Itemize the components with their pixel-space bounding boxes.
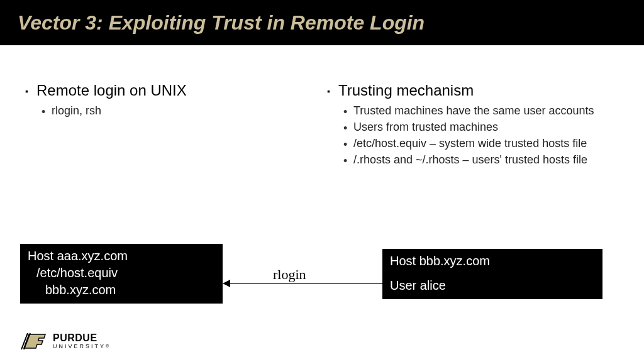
dot-bullet-icon: •	[42, 104, 52, 119]
bullet-text: Trusting mechanism	[338, 82, 474, 99]
bullet-level1: ▪ Trusting mechanism	[327, 82, 631, 101]
logo-text: PURDUE UNIVERSITY®	[53, 333, 109, 349]
host-line: /etc/host.equiv	[28, 265, 215, 282]
right-column: ▪ Trusting mechanism • Trusted machines …	[302, 82, 644, 170]
square-bullet-icon: ▪	[327, 82, 338, 101]
host-line: Host aaa.xyz.com	[28, 248, 215, 265]
logo-sub: UNIVERSITY®	[53, 344, 109, 349]
bullet-text: Trusted machines have the same user acco…	[353, 104, 594, 118]
host-line: bbb.xyz.com	[28, 282, 215, 299]
bullet-level2: • rlogin, rsh	[42, 104, 289, 119]
bullet-text: Users from trusted machines	[353, 121, 498, 134]
bullet-level1: ▪ Remote login on UNIX	[25, 82, 289, 101]
purdue-logo: PURDUE UNIVERSITY®	[20, 332, 109, 351]
slide-title: Vector 3: Exploiting Trust in Remote Log…	[18, 11, 425, 35]
bullet-text: /etc/host.equiv – system wide trusted ho…	[353, 137, 587, 150]
bullet-level2: • Trusted machines have the same user ac…	[343, 104, 631, 119]
host-box-a: Host aaa.xyz.com /etc/host.equiv bbb.xyz…	[20, 244, 223, 304]
slide: Vector 3: Exploiting Trust in Remote Log…	[0, 0, 644, 362]
bullet-text: Remote login on UNIX	[36, 82, 187, 99]
bullet-level2: • Users from trusted machines	[343, 121, 631, 136]
dot-bullet-icon: •	[343, 121, 353, 136]
logo-main: PURDUE	[53, 333, 109, 343]
host-box-b: Host bbb.xyz.com User alice	[382, 249, 602, 299]
bullet-text: /.rhosts and ~/.rhosts – users' trusted …	[353, 153, 587, 167]
dot-bullet-icon: •	[343, 104, 353, 119]
spacer	[390, 270, 595, 277]
arrow-head-icon	[223, 280, 230, 287]
slide-body: ▪ Remote login on UNIX • rlogin, rsh ▪ T…	[0, 82, 644, 170]
host-line: Host bbb.xyz.com	[390, 253, 595, 270]
left-column: ▪ Remote login on UNIX • rlogin, rsh	[0, 82, 302, 170]
purdue-logo-icon	[20, 332, 48, 351]
arrow-label: rlogin	[273, 266, 306, 283]
bullet-text: rlogin, rsh	[52, 104, 101, 118]
title-bar: Vector 3: Exploiting Trust in Remote Log…	[0, 0, 644, 45]
arrow: rlogin	[223, 277, 382, 292]
host-line: User alice	[390, 277, 595, 294]
dot-bullet-icon: •	[343, 153, 353, 168]
arrow-line-icon	[228, 283, 382, 284]
bullet-level2: • /etc/host.equiv – system wide trusted …	[343, 137, 631, 152]
bullet-level2: • /.rhosts and ~/.rhosts – users' truste…	[343, 153, 631, 168]
square-bullet-icon: ▪	[25, 82, 36, 101]
dot-bullet-icon: •	[343, 137, 353, 152]
